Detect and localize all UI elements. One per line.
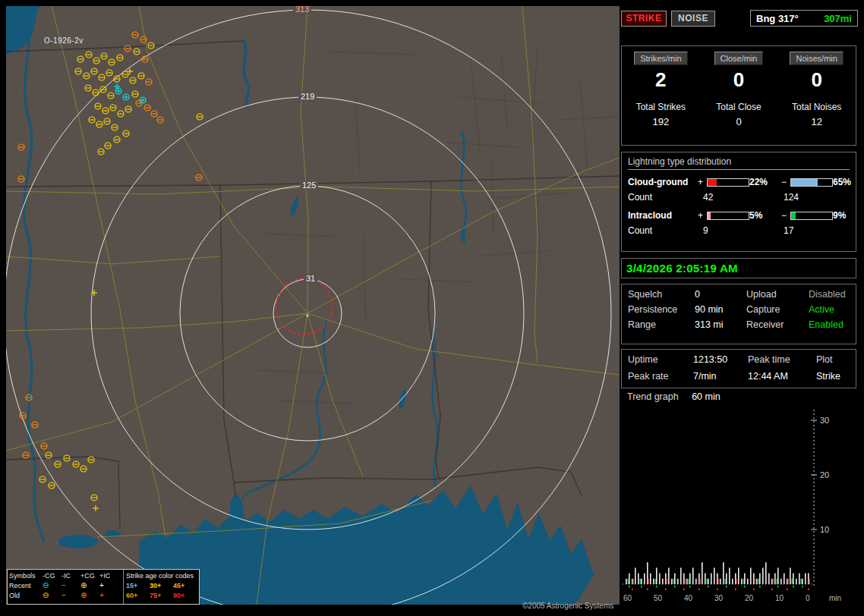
strike-symbol-icon: ⊕: [80, 582, 99, 589]
plus-sign: +: [698, 210, 707, 221]
ic-negative-pct: 9%: [833, 210, 850, 221]
total-noises-label: Total Noises: [792, 102, 841, 112]
noises-per-min-value: 0: [811, 68, 821, 92]
strike-symbol-icon: +: [99, 592, 118, 599]
strike-symbol: [18, 176, 24, 182]
trend-graph-title: Trend graph 60 min: [627, 391, 721, 402]
strike-symbol: [18, 144, 24, 150]
cg-positive-bar: [707, 178, 749, 187]
strike-symbol-icon: ⊖: [43, 592, 61, 599]
svg-text:20: 20: [745, 594, 754, 602]
ic-positive-pct: 5%: [749, 210, 781, 221]
strike-symbol: [157, 117, 163, 123]
legend-row-label: Recent: [9, 582, 43, 589]
strikes-per-min-value: 2: [655, 68, 666, 92]
ic-positive-bar: [707, 212, 749, 220]
count-label: Count: [628, 225, 703, 236]
peak-rate-label: Peak rate: [628, 371, 693, 382]
legend-col-neg-ic: -IC: [61, 572, 80, 580]
cg-negative-pct: 65%: [833, 177, 851, 187]
strike-symbol: [23, 452, 29, 458]
svg-text:10: 10: [820, 525, 829, 534]
strike-symbol: [123, 94, 129, 100]
persistence-value: 90 min: [695, 304, 746, 315]
strike-symbol-icon: ⊕: [80, 592, 99, 599]
range-ring-label: 125: [300, 181, 318, 190]
upload-label: Upload: [746, 289, 809, 300]
strike-symbol: [132, 32, 138, 38]
strike-mode-button[interactable]: STRIKE: [621, 11, 667, 27]
svg-text:min: min: [829, 594, 841, 602]
strike-symbol: [73, 461, 79, 467]
strike-symbol-icon: −: [61, 592, 80, 599]
strike-symbol: [108, 93, 114, 99]
uptime-value: 1213:50: [693, 354, 748, 365]
receiver-value: Enabled: [809, 319, 850, 330]
noises-per-min-chip[interactable]: Noises/min: [790, 52, 843, 65]
lightning-map[interactable]: 313 219 125 31 O-1926-2v Symbols -CG -IC…: [6, 6, 620, 605]
strikes-per-min-chip[interactable]: Strikes/min: [634, 52, 687, 65]
strike-symbol: [91, 495, 97, 501]
strike-symbol: [104, 118, 110, 124]
legend-row-old: Old ⊖ − ⊕ +: [9, 590, 121, 600]
peak-rate-value: 7/min: [693, 371, 748, 382]
trend-window-value: 60 min: [692, 391, 721, 402]
capture-label: Capture: [746, 304, 809, 315]
strike-symbol: [125, 46, 131, 52]
strike-symbol: [93, 58, 99, 64]
strike-symbol: [91, 68, 97, 74]
svg-text:20: 20: [820, 470, 829, 479]
strike-symbol: [46, 452, 52, 458]
noise-mode-button[interactable]: NOISE: [671, 11, 715, 27]
strike-symbol-icon: −: [61, 582, 80, 589]
range-label: Range: [628, 319, 695, 330]
legend-age-section: Strike age color codes 15+ 30+ 45+ 60+ 7…: [124, 570, 199, 604]
cloud-ground-row: Cloud-ground + 22% − 65%: [628, 177, 850, 187]
legend-col-neg-cg: -CG: [43, 572, 61, 580]
count-label: Count: [628, 192, 703, 203]
close-per-min-chip[interactable]: Close/min: [714, 52, 764, 65]
svg-text:40: 40: [684, 594, 693, 602]
legend-col-pos-ic: +IC: [99, 572, 118, 580]
legend-row-recent: Recent ⊖ − ⊕ +: [9, 580, 121, 590]
age-code: 75+: [150, 592, 173, 599]
cloud-ground-label: Cloud-ground: [628, 177, 698, 187]
strike-symbol: [105, 143, 111, 149]
strikes-rate-column: Strikes/min 2 Total Strikes 192: [622, 46, 700, 145]
strike-symbol: [64, 455, 70, 461]
strike-symbol: [85, 85, 91, 91]
age-code: 30+: [150, 582, 173, 589]
plot-label: Plot: [816, 354, 850, 365]
age-code: 45+: [173, 582, 197, 589]
panel-topbar: STRIKE NOISE Bng 317° 307mi: [621, 11, 858, 29]
strike-symbol: [117, 55, 123, 61]
strike-symbol: [144, 105, 150, 111]
cloud-ground-count-row: Count 42 124: [628, 192, 850, 203]
strike-symbol: [101, 53, 107, 59]
legend-header-row: Symbols -CG -IC +CG +IC: [9, 570, 121, 580]
strike-symbol: [132, 91, 138, 97]
strike-symbol: [109, 59, 115, 65]
cg-negative-count: 124: [784, 192, 850, 203]
strike-symbol: [115, 88, 121, 94]
strike-symbol: [95, 103, 101, 109]
strike-symbol: [197, 114, 203, 120]
noises-rate-column: Noises/min 0 Total Noises 12: [777, 46, 856, 145]
receiver-label: Receiver: [746, 319, 809, 330]
strike-symbol: [100, 86, 106, 93]
range-ring-label: 31: [304, 274, 317, 283]
total-noises-value: 12: [811, 116, 821, 127]
peak-time-label: Peak time: [748, 354, 816, 365]
bearing-readout: Bng 317° 307mi: [750, 10, 858, 27]
cg-positive-count: 42: [703, 192, 784, 203]
peak-time-value: 12:44 AM: [748, 371, 816, 382]
legend-age-row-old: 60+ 75+ 90+: [126, 590, 197, 600]
strike-symbol: [93, 90, 99, 96]
capture-value: Active: [809, 304, 850, 315]
range-ring-label: 219: [298, 92, 317, 101]
strike-symbol: [125, 106, 131, 112]
strike-symbol: [112, 124, 118, 130]
age-code: 60+: [126, 592, 150, 599]
svg-text:0: 0: [806, 594, 810, 602]
minus-sign: −: [781, 210, 790, 221]
